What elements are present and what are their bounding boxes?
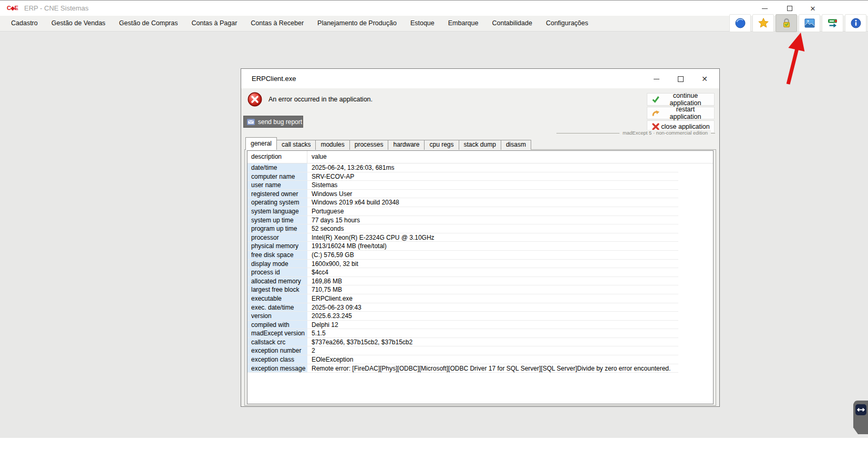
table-row[interactable]: program up time52 seconds bbox=[247, 224, 678, 233]
tab-hardware[interactable]: hardware bbox=[388, 140, 425, 150]
globe-button[interactable] bbox=[729, 14, 751, 32]
table-row[interactable]: registered ownerWindows User bbox=[247, 190, 678, 199]
menu-item-gest-o-de-vendas[interactable]: Gestão de Vendas bbox=[45, 16, 112, 31]
edition-note: madExcept 5 · non-commercial edition bbox=[619, 130, 711, 136]
table-row[interactable]: exception number2 bbox=[247, 346, 678, 355]
row-value: Windows 2019 x64 build 20348 bbox=[307, 198, 678, 207]
row-value: SRV-ECOV-AP bbox=[307, 172, 678, 181]
row-value: 1913/16024 MB (free/total) bbox=[307, 242, 678, 250]
tab-processes[interactable]: processes bbox=[349, 140, 389, 150]
row-value: $4cc4 bbox=[307, 268, 678, 276]
row-description: registered owner bbox=[247, 190, 307, 198]
header-value[interactable]: value bbox=[307, 151, 327, 163]
general-info-table: description value date/time2025-06-24, 1… bbox=[247, 150, 714, 404]
table-row[interactable]: system languagePortuguese bbox=[247, 207, 678, 216]
menu-item-cadastro[interactable]: Cadastro bbox=[4, 16, 45, 31]
row-value: Remote error: [FireDAC][Phys][ODBC][Micr… bbox=[307, 364, 678, 373]
annotation-arrow bbox=[778, 27, 811, 88]
table-row[interactable]: computer nameSRV-ECOV-AP bbox=[247, 172, 678, 181]
menu-item-contabilidade[interactable]: Contabilidade bbox=[485, 16, 539, 31]
table-header: description value bbox=[247, 151, 713, 163]
menu-item-embarque[interactable]: Embarque bbox=[441, 16, 485, 31]
tab-disasm[interactable]: disasm bbox=[501, 140, 531, 150]
table-row[interactable]: callstack crc$737ea266, $37b15cb2, $37b1… bbox=[247, 338, 678, 347]
tab-stack-dump[interactable]: stack dump bbox=[459, 140, 501, 150]
table-row[interactable]: compiled withDelphi 12 bbox=[247, 321, 678, 330]
table-row[interactable]: exception messageRemote error: [FireDAC]… bbox=[247, 364, 678, 373]
row-description: display mode bbox=[247, 260, 307, 268]
dialog-titlebar: ERPClient.exe ✕ bbox=[241, 69, 719, 88]
error-message: An error occurred in the application. bbox=[268, 96, 373, 103]
table-row[interactable]: display mode1600x900, 32 bit bbox=[247, 260, 678, 269]
send-bug-report-button[interactable]: send bug report bbox=[243, 116, 303, 128]
row-value: Intel(R) Xeon(R) E-2324G CPU @ 3.10GHz bbox=[307, 233, 678, 242]
row-value: 710,75 MB bbox=[307, 285, 678, 294]
menu-item-contas-receber[interactable]: Contas à Receber bbox=[244, 16, 311, 31]
table-row[interactable]: process id$4cc4 bbox=[247, 268, 678, 277]
info-icon bbox=[850, 17, 862, 29]
row-value: 5.1.5 bbox=[307, 329, 678, 337]
table-row[interactable]: exception classEOleException bbox=[247, 355, 678, 364]
tab-cpu-regs[interactable]: cpu regs bbox=[424, 140, 459, 150]
table-row[interactable]: executableERPClient.exe bbox=[247, 294, 678, 303]
cne-logo-icon: C◆E bbox=[7, 5, 18, 12]
menu-item-contas-pagar[interactable]: Contas à Pagar bbox=[184, 16, 244, 31]
tab-call-stacks[interactable]: call stacks bbox=[276, 140, 316, 150]
row-value: (C:) 576,59 GB bbox=[307, 251, 678, 259]
row-description: exception number bbox=[247, 346, 307, 355]
row-description: compiled with bbox=[247, 321, 307, 329]
row-description: executable bbox=[247, 294, 307, 303]
row-description: largest free block bbox=[247, 285, 307, 294]
screen: C◆E ERP - CNE Sistemas ✕ CadastroGestão … bbox=[0, 0, 868, 461]
tab-modules[interactable]: modules bbox=[315, 140, 349, 150]
row-value: 2025-06-23 09:43 bbox=[307, 303, 678, 312]
row-value: Windows User bbox=[307, 190, 678, 198]
send-bug-report-label: send bug report bbox=[258, 118, 302, 126]
row-value: 52 seconds bbox=[307, 224, 678, 233]
menu-item-estoque[interactable]: Estoque bbox=[404, 16, 441, 31]
remote-access-widget[interactable] bbox=[853, 401, 868, 434]
table-row[interactable]: system up time77 days 15 hours bbox=[247, 216, 678, 225]
row-description: version bbox=[247, 312, 307, 320]
header-description[interactable]: description bbox=[247, 151, 307, 163]
row-value: 2 bbox=[307, 346, 678, 355]
envelope-icon bbox=[247, 119, 255, 125]
table-row[interactable]: operating systemWindows 2019 x64 build 2… bbox=[247, 198, 678, 207]
tab-general[interactable]: general bbox=[245, 137, 277, 150]
table-row[interactable]: user nameSistemas bbox=[247, 181, 678, 190]
row-description: computer name bbox=[247, 172, 307, 181]
menu-item-gest-o-de-compras[interactable]: Gestão de Compras bbox=[112, 16, 185, 31]
favorites-button[interactable] bbox=[752, 14, 774, 32]
row-value: 77 days 15 hours bbox=[307, 216, 678, 224]
table-row[interactable]: free disk space(C:) 576,59 GB bbox=[247, 251, 678, 260]
restart-application-button[interactable]: restart application bbox=[647, 107, 715, 119]
table-row[interactable]: processorIntel(R) Xeon(R) E-2324G CPU @ … bbox=[247, 233, 678, 242]
row-description: exception class bbox=[247, 355, 307, 364]
table-row[interactable]: date/time2025-06-24, 13:26:03, 681ms bbox=[247, 163, 678, 172]
about-button[interactable] bbox=[845, 14, 866, 32]
row-value: 1600x900, 32 bit bbox=[307, 260, 678, 268]
dialog-close-button[interactable]: ✕ bbox=[693, 71, 717, 87]
restart-application-label: restart application bbox=[660, 106, 714, 120]
gold-arrow-icon bbox=[652, 109, 660, 117]
table-row[interactable]: madExcept version5.1.5 bbox=[247, 329, 678, 338]
minimize-icon bbox=[762, 8, 768, 9]
dialog-minimize-button[interactable] bbox=[644, 71, 668, 87]
table-row[interactable]: version2025.6.23.245 bbox=[247, 312, 678, 321]
row-description: processor bbox=[247, 233, 307, 242]
row-description: operating system bbox=[247, 198, 307, 207]
row-description: process id bbox=[247, 268, 307, 276]
table-row[interactable]: allocated memory169,86 MB bbox=[247, 277, 678, 286]
continue-application-button[interactable]: continue application bbox=[647, 93, 715, 106]
table-row[interactable]: exec. date/time2025-06-23 09:43 bbox=[247, 303, 678, 312]
table-row[interactable]: largest free block710,75 MB bbox=[247, 285, 678, 294]
transfer-button[interactable] bbox=[822, 14, 843, 32]
maximize-icon bbox=[787, 6, 792, 11]
row-description: free disk space bbox=[247, 251, 307, 259]
teamviewer-icon bbox=[855, 404, 866, 415]
table-row[interactable]: physical memory1913/16024 MB (free/total… bbox=[247, 242, 678, 251]
row-description: exec. date/time bbox=[247, 303, 307, 312]
dialog-maximize-button[interactable] bbox=[668, 71, 693, 87]
menu-item-configura-es[interactable]: Configurações bbox=[539, 16, 595, 31]
menu-item-planejamento-de-produ-o[interactable]: Planejamento de Produção bbox=[311, 16, 404, 31]
